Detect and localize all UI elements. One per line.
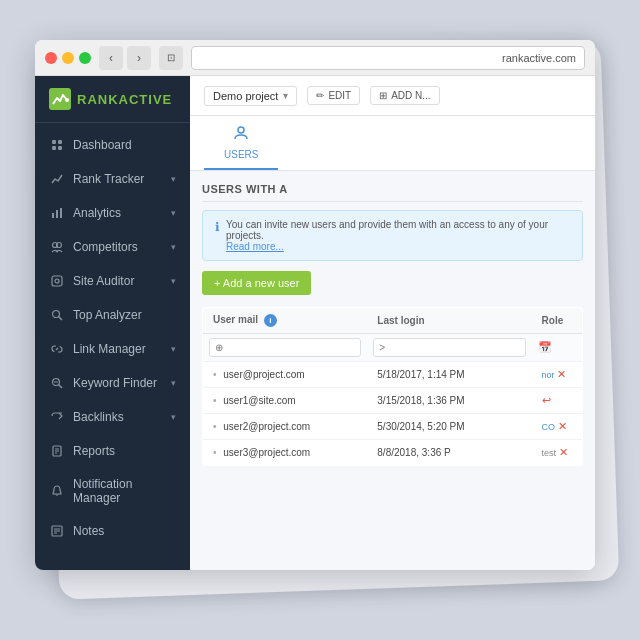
user-email-cell: • user1@site.com: [203, 388, 368, 414]
url-bar[interactable]: rankactive.com: [191, 46, 585, 70]
tab-users[interactable]: USERS: [204, 116, 278, 170]
logo-text: RANKACTIVE: [77, 92, 172, 107]
sidebar-item-dashboard[interactable]: Dashboard: [35, 128, 190, 162]
main-content: Demo project ▾ ✏ EDIT ⊞ ADD N...: [190, 76, 595, 570]
sidebar-label-rank-tracker: Rank Tracker: [73, 172, 171, 186]
chevron-icon: ▾: [171, 378, 176, 388]
tabs-area: USERS: [190, 116, 595, 171]
chevron-icon: ▾: [171, 242, 176, 252]
delete-icon[interactable]: ✕: [557, 368, 566, 380]
info-content: You can invite new users and provide the…: [226, 219, 570, 252]
sidebar-item-notification-manager[interactable]: Notification Manager: [35, 468, 190, 514]
browser-chrome: ‹ › ⊡ rankactive.com: [35, 40, 595, 76]
delete-icon[interactable]: ✕: [559, 446, 568, 458]
add-user-button[interactable]: + Add a new user: [202, 271, 311, 295]
sidebar-label-competitors: Competitors: [73, 240, 171, 254]
add-button[interactable]: ⊞ ADD N...: [370, 86, 439, 105]
sidebar-item-reports[interactable]: Reports: [35, 434, 190, 468]
svg-rect-7: [60, 208, 62, 218]
delete-icon[interactable]: ↩: [542, 394, 551, 406]
filter-email-cell: [203, 334, 368, 362]
chevron-icon: ▾: [171, 174, 176, 184]
user-email-cell: • user2@project.com: [203, 414, 368, 440]
svg-point-25: [238, 127, 244, 133]
dashboard-icon: [49, 137, 65, 153]
col-header-role: Role: [532, 308, 583, 334]
user-email: user1@site.com: [223, 395, 295, 406]
svg-rect-5: [52, 213, 54, 218]
forward-button[interactable]: ›: [127, 46, 151, 70]
minimize-button[interactable]: [62, 52, 74, 64]
app-body: RANKACTIVE: [35, 76, 595, 570]
top-analyzer-icon: [49, 307, 65, 323]
table-row: • user@project.com 5/18/2017, 1:14 PM no…: [203, 362, 583, 388]
read-more-link[interactable]: Read more...: [226, 241, 284, 252]
sidebar-item-analytics[interactable]: Analytics ▾: [35, 196, 190, 230]
logo-area: RANKACTIVE: [35, 76, 190, 123]
sidebar-label-reports: Reports: [73, 444, 176, 458]
project-selector[interactable]: Demo project ▾: [204, 86, 297, 106]
sidebar-item-link-manager[interactable]: Link Manager ▾: [35, 332, 190, 366]
window-button[interactable]: ⊡: [159, 46, 183, 70]
filter-login-input[interactable]: [373, 338, 525, 357]
sidebar-item-keyword-finder[interactable]: Keyword Finder ▾: [35, 366, 190, 400]
tab-label-users: USERS: [224, 149, 258, 160]
sidebar-item-site-auditor[interactable]: Site Auditor ▾: [35, 264, 190, 298]
rank-tracker-icon: [49, 171, 65, 187]
col-header-last-login: Last login: [367, 308, 531, 334]
sidebar-item-backlinks[interactable]: Backlinks ▾: [35, 400, 190, 434]
add-label: ADD N...: [391, 90, 430, 101]
chevron-icon: ▾: [171, 208, 176, 218]
project-name: Demo project: [213, 90, 278, 102]
sidebar-item-rank-tracker[interactable]: Rank Tracker ▾: [35, 162, 190, 196]
notification-icon: [49, 483, 65, 499]
competitors-icon: [49, 239, 65, 255]
role-test: test: [542, 448, 557, 458]
svg-rect-2: [58, 140, 62, 144]
sidebar-label-site-auditor: Site Auditor: [73, 274, 171, 288]
edit-button[interactable]: ✏ EDIT: [307, 86, 360, 105]
filter-email-input[interactable]: [209, 338, 361, 357]
close-button[interactable]: [45, 52, 57, 64]
notes-icon: [49, 523, 65, 539]
svg-point-0: [65, 98, 69, 102]
sidebar-item-notes[interactable]: Notes: [35, 514, 190, 548]
users-table: User mail i Last login Role: [202, 307, 583, 466]
section-header: USERS WITH A: [202, 183, 583, 202]
svg-rect-3: [52, 146, 56, 150]
delete-icon[interactable]: ✕: [558, 420, 567, 432]
sidebar-item-competitors[interactable]: Competitors ▾: [35, 230, 190, 264]
edit-label: EDIT: [328, 90, 351, 101]
user-role-cell: ↩: [532, 388, 583, 414]
bullet: •: [213, 395, 217, 406]
url-text: rankactive.com: [502, 52, 576, 64]
back-button[interactable]: ‹: [99, 46, 123, 70]
chevron-icon: ▾: [171, 344, 176, 354]
maximize-button[interactable]: [79, 52, 91, 64]
user-role-cell: test ✕: [532, 440, 583, 466]
user-login-cell: 5/30/2014, 5:20 PM: [367, 414, 531, 440]
site-auditor-icon: [49, 273, 65, 289]
calendar-icon[interactable]: 📅: [538, 341, 552, 353]
svg-rect-6: [56, 210, 58, 218]
users-tab-icon: [232, 124, 250, 146]
sidebar-label-top-analyzer: Top Analyzer: [73, 308, 176, 322]
role-badge: CO: [542, 422, 556, 432]
info-message: You can invite new users and provide the…: [226, 219, 548, 241]
bullet: •: [213, 447, 217, 458]
backlinks-icon: [49, 409, 65, 425]
sidebar-label-analytics: Analytics: [73, 206, 171, 220]
top-bar: Demo project ▾ ✏ EDIT ⊞ ADD N...: [190, 76, 595, 116]
table-header-row: User mail i Last login Role: [203, 308, 583, 334]
sidebar-label-keyword-finder: Keyword Finder: [73, 376, 171, 390]
user-login-cell: 8/8/2018, 3:36 P: [367, 440, 531, 466]
filter-role-cell: 📅: [532, 334, 583, 362]
logo: RANKACTIVE: [49, 88, 176, 110]
sidebar-label-notes: Notes: [73, 524, 176, 538]
user-email-cell: • user@project.com: [203, 362, 368, 388]
info-icon: ℹ: [215, 220, 220, 252]
sidebar-item-top-analyzer[interactable]: Top Analyzer: [35, 298, 190, 332]
info-banner: ℹ You can invite new users and provide t…: [202, 210, 583, 261]
sidebar-label-notification-manager: Notification Manager: [73, 477, 176, 505]
content-area: USERS WITH A ℹ You can invite new users …: [190, 171, 595, 570]
